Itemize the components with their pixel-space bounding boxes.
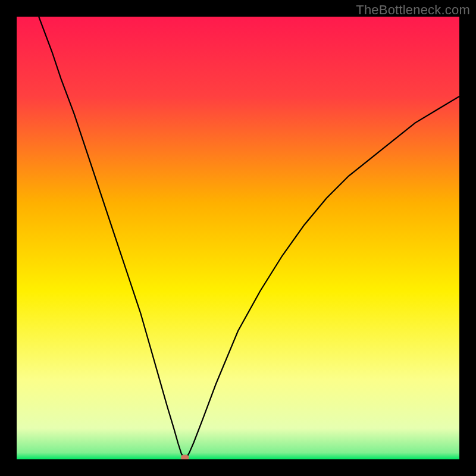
- chart-frame: [17, 17, 459, 459]
- watermark-text: TheBottleneck.com: [356, 2, 470, 18]
- chart-svg: [17, 17, 459, 459]
- gradient-background: [17, 17, 459, 459]
